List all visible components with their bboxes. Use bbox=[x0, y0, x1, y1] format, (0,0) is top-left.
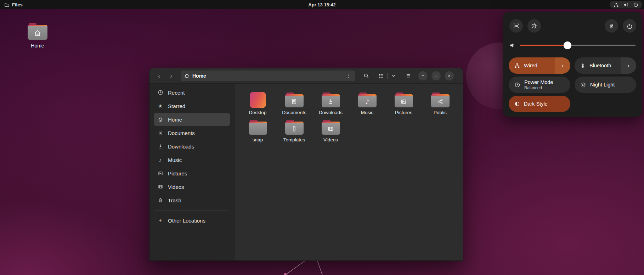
network-icon bbox=[514, 63, 520, 68]
film-emblem-icon bbox=[327, 125, 334, 132]
power-mode-tile[interactable]: Power Mode Balanced bbox=[509, 77, 570, 93]
share-emblem-icon bbox=[437, 98, 444, 105]
sidebar-item-home[interactable]: Home bbox=[154, 113, 230, 126]
volume-knob[interactable] bbox=[564, 41, 571, 49]
desktop-home-icon[interactable]: Home bbox=[23, 23, 52, 49]
download-emblem-icon bbox=[327, 98, 334, 105]
dark-style-icon bbox=[514, 101, 520, 107]
search-button[interactable] bbox=[360, 71, 372, 81]
sidebar-item-documents[interactable]: Documents bbox=[154, 126, 230, 140]
minimize-button[interactable]: − bbox=[418, 71, 428, 80]
document-emblem-icon bbox=[291, 98, 298, 105]
sidebar-item-downloads[interactable]: Downloads bbox=[154, 140, 230, 153]
desktop-icon bbox=[249, 92, 267, 108]
path-menu-button[interactable]: ⋮ bbox=[345, 73, 352, 79]
wired-arrow-button[interactable]: › bbox=[555, 57, 570, 74]
sidebar-item-videos[interactable]: Videos bbox=[154, 180, 230, 193]
dark-style-label: Dark Style bbox=[524, 101, 548, 107]
folder-icon bbox=[322, 92, 340, 108]
list-view-icon bbox=[378, 73, 384, 79]
bluetooth-arrow-button[interactable]: › bbox=[621, 57, 636, 74]
night-light-icon bbox=[580, 82, 586, 88]
night-light-tile[interactable]: Night Light bbox=[575, 77, 636, 93]
folder-icon bbox=[285, 92, 304, 108]
sidebar-item-starred[interactable]: ★ Starred bbox=[154, 99, 230, 113]
file-view[interactable]: Desktop Documents Downloads ♪ Music bbox=[235, 84, 463, 261]
sidebar-item-label: Downloads bbox=[168, 144, 194, 150]
folder-item-pictures[interactable]: Pictures bbox=[385, 92, 422, 115]
chevron-down-icon bbox=[391, 73, 396, 78]
dark-style-tile[interactable]: Dark Style bbox=[509, 96, 570, 112]
home-emblem-icon bbox=[33, 29, 42, 37]
picture-icon bbox=[158, 170, 163, 176]
recent-icon bbox=[158, 90, 163, 95]
folder-item-downloads[interactable]: Downloads bbox=[312, 92, 349, 115]
sidebar-item-label: Other Locations bbox=[168, 218, 205, 224]
folder-item-templates[interactable]: Templates bbox=[276, 119, 312, 142]
view-options-button[interactable] bbox=[388, 71, 400, 81]
folder-item-videos[interactable]: Videos bbox=[312, 119, 349, 142]
view-toggle bbox=[375, 71, 400, 81]
sidebar-item-trash[interactable]: Trash bbox=[154, 193, 230, 207]
folder-item-desktop[interactable]: Desktop bbox=[239, 92, 276, 115]
power-mode-icon bbox=[514, 82, 520, 88]
wired-tile[interactable]: Wired › bbox=[509, 57, 570, 74]
folder-icon bbox=[431, 92, 450, 108]
star-icon: ★ bbox=[157, 103, 163, 109]
sidebar-item-label: Videos bbox=[168, 184, 184, 190]
sidebar-item-other-locations[interactable]: + Other Locations bbox=[154, 214, 230, 227]
bluetooth-label: Bluetooth bbox=[589, 63, 611, 68]
sidebar-item-label: Starred bbox=[168, 103, 185, 109]
home-icon bbox=[158, 117, 163, 122]
top-bar: Files Apr 13 15:42 bbox=[0, 0, 644, 9]
sidebar-item-pictures[interactable]: Pictures bbox=[154, 167, 230, 180]
power-icon bbox=[633, 2, 638, 7]
music-icon: ♪ bbox=[157, 157, 163, 163]
folder-item-music[interactable]: ♪ Music bbox=[349, 92, 385, 115]
list-view-button[interactable] bbox=[375, 71, 387, 81]
screenshot-icon bbox=[513, 23, 519, 29]
night-light-label: Night Light bbox=[590, 82, 615, 88]
back-button[interactable]: ‹ bbox=[153, 71, 165, 81]
screenshot-button[interactable] bbox=[509, 19, 523, 33]
download-icon bbox=[158, 144, 163, 149]
power-mode-sublabel: Balanced bbox=[524, 85, 553, 90]
folder-icon bbox=[285, 119, 304, 135]
folder-icon bbox=[28, 23, 47, 40]
hamburger-icon bbox=[406, 73, 411, 79]
main-menu-button[interactable] bbox=[402, 71, 414, 81]
folder-item-documents[interactable]: Documents bbox=[276, 92, 312, 115]
picture-emblem-icon bbox=[400, 98, 407, 105]
power-button[interactable] bbox=[623, 19, 636, 33]
folder-item-public[interactable]: Public bbox=[422, 92, 458, 115]
quick-settings-panel: Wired › Bluetooth › Power Mode Balanced bbox=[503, 12, 642, 117]
maximize-button[interactable]: □ bbox=[431, 71, 441, 80]
volume-fill bbox=[520, 45, 567, 46]
bluetooth-tile[interactable]: Bluetooth › bbox=[575, 57, 636, 74]
music-emblem-icon: ♪ bbox=[365, 98, 369, 105]
template-emblem-icon bbox=[291, 125, 298, 132]
system-tray[interactable] bbox=[610, 1, 642, 9]
sidebar-item-music[interactable]: ♪ Music bbox=[154, 153, 230, 167]
lock-button[interactable] bbox=[605, 19, 618, 33]
folder-item-snap[interactable]: snap bbox=[239, 119, 276, 142]
volume-slider[interactable] bbox=[520, 45, 635, 46]
video-icon bbox=[158, 184, 163, 190]
sidebar-item-recent[interactable]: Recent bbox=[154, 86, 230, 99]
path-bar[interactable]: Home ⋮ bbox=[181, 71, 355, 81]
volume-icon bbox=[623, 2, 629, 7]
close-button[interactable]: × bbox=[445, 71, 454, 80]
bluetooth-icon bbox=[580, 63, 586, 68]
header-bar: ‹ › Home ⋮ bbox=[149, 68, 463, 84]
volume-icon bbox=[509, 42, 516, 49]
settings-button[interactable] bbox=[527, 19, 541, 33]
folder-icon bbox=[395, 92, 413, 108]
forward-button[interactable]: › bbox=[165, 71, 177, 81]
sidebar-item-label: Music bbox=[168, 157, 182, 163]
clock[interactable]: Apr 13 15:42 bbox=[0, 0, 644, 9]
search-icon bbox=[363, 73, 369, 79]
lock-icon bbox=[609, 23, 615, 29]
sidebar-item-label: Trash bbox=[168, 197, 181, 203]
sidebar-separator bbox=[154, 210, 229, 211]
wired-label: Wired bbox=[524, 63, 537, 68]
